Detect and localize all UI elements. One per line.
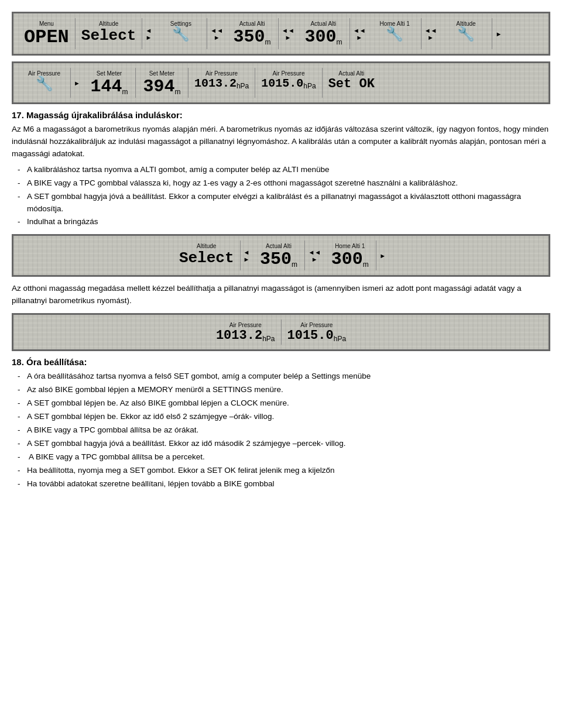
section17-title: 17. Magasság újrakalibrálása induláskor:: [12, 110, 550, 120]
cell-actual-alti-300: Actual Alti 300m: [297, 18, 350, 49]
screen2-display: Air Pressure 🔧 ► Set Meter 144m Set Mete…: [12, 61, 550, 104]
arrow1: ◄ ►: [142, 18, 155, 49]
bullet-item: A kalibráláshoz tartsa nyomva a ALTI gom…: [18, 164, 550, 176]
para-after-screen3: Az otthoni magasság megadása mellett kéz…: [12, 283, 550, 307]
cell-set-ok: Actual Alti Set OK: [323, 68, 381, 98]
arrow9: ◄◄ ►: [305, 241, 324, 270]
bullet-item: Indulhat a bringázás: [18, 216, 550, 228]
cell-actual-alti-350: Actual Alti 350m: [226, 18, 279, 49]
cell-altitude-select: Altitude Select: [173, 241, 241, 270]
bullet-item: A SET gombbal hagyja jóvá a beállítást. …: [18, 438, 550, 450]
cell-air-pressure-1015: Air Pressure 1015.0hPa: [255, 68, 322, 98]
bullet-item: Az alsó BIKE gombbal lépjen a MEMORY men…: [18, 384, 550, 396]
cell-ap-1013: Air Pressure 1013.2hPa: [210, 320, 282, 345]
bullet-item: A SET gombbal lépjen be. Ekkor az idő el…: [18, 411, 550, 423]
cell-ap-1015: Air Pressure 1015.0hPa: [282, 320, 352, 345]
arrow5: ◄◄ ►: [422, 18, 440, 49]
cell-altitude-wrench: Altitude 🔧: [440, 18, 492, 49]
arrow8: ◄ ►: [241, 241, 253, 270]
cell-home-alti-wrench: Home Alti 1 🔧: [369, 18, 422, 49]
cell-menu: Menu OPEN: [18, 18, 76, 49]
bullet-item: A BIKE vagy a TPC gombbal állítsa be a p…: [18, 451, 550, 463]
cell-set-meter-144: Set Meter 144m: [83, 68, 136, 98]
section17-bullets: A kalibráláshoz tartsa nyomva a ALTI gom…: [12, 164, 550, 229]
cell-set-meter-394: Set Meter 394m: [136, 68, 189, 98]
bullet-item: A BIKE vagy a TPC gombbal válassza ki, h…: [18, 177, 550, 190]
cell-air-pressure-wrench1: Air Pressure 🔧: [18, 68, 71, 98]
arrow4: ◄◄ ►: [350, 18, 369, 49]
cell-home-alti-1-300: Home Alti 1 300m: [324, 241, 376, 270]
arrow3: ◄◄ ►: [279, 18, 297, 49]
screen1-display: Menu OPEN Altitude Select ◄ ► Settings 🔧…: [12, 12, 550, 56]
screen3-display: Altitude Select ◄ ► Actual Alti 350m ◄◄ …: [12, 234, 550, 277]
screen4-display: Air Pressure 1013.2hPa Air Pressure 1015…: [12, 313, 550, 351]
cell-actual-alti-350b: Actual Alti 350m: [252, 241, 305, 270]
bullet-item: A SET gombbal lépjen be. Az alsó BIKE go…: [18, 397, 550, 410]
cell-air-pressure-1013: Air Pressure 1013.2hPa: [189, 68, 255, 98]
bullet-item: A BIKE vagy a TPC gombbal állítsa be az …: [18, 424, 550, 437]
cell-settings-wrench: Settings 🔧: [155, 18, 207, 49]
arrow6: ►: [492, 18, 505, 49]
bullet-item: Ha beállította, nyomja meg a SET gombot.…: [18, 465, 550, 477]
bullet-item: A óra beállításához tartsa nyomva a fels…: [18, 370, 550, 383]
bullet-item: Ha további adatokat szeretne beállítani,…: [18, 478, 550, 490]
section17-para1: Az M6 a magasságot a barometrikus nyomás…: [12, 123, 550, 160]
arrow2: ◄◄ ►: [207, 18, 226, 49]
section18-bullets: A óra beállításához tartsa nyomva a fels…: [12, 370, 550, 490]
bullet-item: A SET gombbal hagyja jóvá a beállítást. …: [18, 191, 550, 215]
section18-title: 18. Óra beállítása:: [12, 357, 550, 367]
cell-select: Altitude Select: [76, 18, 143, 49]
arrow7: ►: [71, 68, 83, 98]
arrow10: ►: [376, 241, 389, 270]
